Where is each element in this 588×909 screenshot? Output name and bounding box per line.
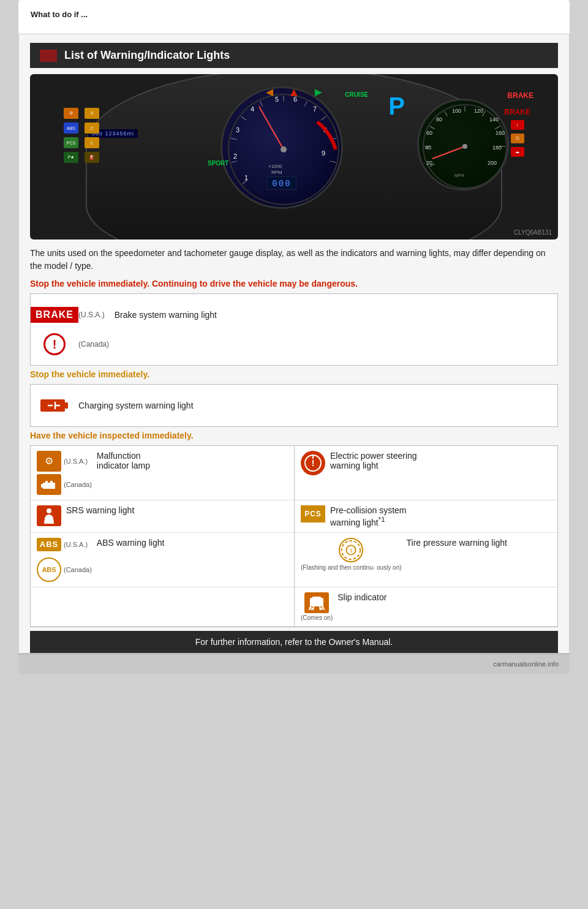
empty-left-cell [31, 587, 294, 627]
page-wrapper: What to do if ... List of Warning/Indica… [0, 0, 588, 909]
svg-text:200: 200 [488, 160, 497, 166]
footer-bar: For further information, refer to the Ow… [30, 631, 558, 653]
malfunction-cell: ⚙ (U.S.A.) [31, 446, 294, 500]
pcs-icon: PCS [301, 505, 325, 522]
svg-text:40: 40 [425, 145, 431, 151]
svg-text:9: 9 [322, 149, 325, 157]
p-indicator: P [388, 92, 405, 120]
malfunction-canada-label: (Canada) [64, 481, 92, 488]
brake-usa-row: BRAKE (U.S.A.) Brake system warning ligh… [38, 300, 550, 330]
brake-usa-label: (U.S.A.) [78, 311, 105, 319]
svg-line-31 [495, 126, 500, 129]
svg-rect-54 [50, 481, 53, 483]
slip-prefix: (Comes on) [301, 614, 333, 621]
abs-usa-label: (U.S.A.) [64, 541, 88, 548]
section-title: List of Warning/Indicator Lights [64, 49, 230, 62]
srs-icon [37, 505, 61, 526]
slip-cell: (Comes on) Slip indicator [294, 587, 557, 627]
slip-indicator-icon [304, 592, 329, 613]
svg-text:MPH: MPH [454, 173, 464, 178]
pcs-cell: PCS Pre-collision systemwarning light*1 [294, 500, 557, 533]
charging-row: Charging system warning light [38, 391, 550, 420]
eps-cell: ! Electric power steeringwarning light [294, 446, 557, 500]
check-engine-usa-icon: ⚙ [37, 451, 61, 472]
svg-text:100: 100 [452, 108, 461, 114]
malfunction-name: Malfunctionindicator lamp [97, 451, 150, 470]
brake-usa-icon: BRAKE [31, 307, 78, 323]
svg-line-2 [232, 161, 238, 162]
malfunction-usa-label: (U.S.A.) [64, 458, 88, 465]
charging-warning-name: Charging system warning light [78, 401, 194, 410]
svg-text:4: 4 [251, 105, 254, 113]
tire-pressure-icon: ! [339, 538, 363, 562]
stop-red-label: Stop the vehicle immediately. Continuing… [30, 279, 558, 289]
brake-canada-label: (Canada) [78, 340, 109, 349]
brake-canada-row: ! (Canada) [38, 330, 550, 359]
svg-line-8 [321, 116, 326, 120]
check-engine-canada-icon [37, 474, 61, 495]
svg-rect-53 [45, 481, 48, 483]
svg-text:×1000: ×1000 [268, 164, 282, 169]
svg-text:!: ! [312, 458, 315, 468]
bottom-bar: carmanualsonline.info [18, 654, 570, 674]
abs-cell: ABS (U.S.A.) ABS (Canada) ABS warning li… [31, 533, 294, 587]
svg-line-5 [260, 101, 262, 107]
srs-name: SRS warning light [66, 505, 134, 515]
srs-cell: SRS warning light [31, 500, 294, 533]
dashboard-image: 1 2 3 4 5 6 7 8 9 ×1000 [30, 74, 558, 240]
svg-text:20: 20 [426, 160, 432, 166]
abs-usa-icon: ABS [37, 538, 61, 551]
tire-name: Tire pressure warning light [407, 538, 507, 548]
svg-line-20 [259, 107, 284, 149]
svg-text:1: 1 [244, 174, 248, 181]
svg-text:60: 60 [426, 130, 432, 136]
main-content: List of Warning/Indicator Lights [18, 34, 570, 654]
svg-text:!: ! [350, 546, 352, 553]
svg-text:180: 180 [492, 145, 502, 151]
brake-warning-name: Brake system warning light [115, 310, 217, 320]
section-header-icon [40, 50, 57, 62]
inspect-grid: ⚙ (U.S.A.) [30, 445, 558, 627]
speedometer-gauge: 20 40 60 80 100 120 140 160 180 200 MPH [417, 99, 509, 190]
abs-canada-label: (Canada) [64, 566, 92, 573]
section-header: List of Warning/Indicator Lights [30, 43, 558, 68]
cruise-label: CRUISE [345, 91, 368, 98]
svg-line-44 [432, 146, 465, 159]
page-label: What to do if ... [31, 10, 557, 19]
svg-text:3: 3 [236, 126, 239, 134]
eps-icon: ! [301, 451, 325, 475]
svg-text:120: 120 [474, 108, 483, 114]
svg-rect-55 [41, 484, 43, 488]
dashboard-description: The units used on the speedometer and ta… [30, 247, 558, 273]
clyo-code: CLYQ6AB131 [514, 229, 552, 236]
abs-name: ABS warning light [97, 538, 165, 548]
brake-warning-box: BRAKE (U.S.A.) Brake system warning ligh… [30, 293, 558, 366]
svg-text:160: 160 [496, 130, 505, 136]
website-label: carmanualsonline.info [493, 660, 559, 668]
sport-label: SPORT [208, 160, 228, 167]
svg-text:140: 140 [489, 116, 499, 123]
charging-warning-box: Charging system warning light [30, 384, 558, 427]
svg-line-4 [241, 116, 246, 120]
svg-text:⚙: ⚙ [45, 456, 53, 466]
svg-rect-67 [312, 597, 321, 602]
right-indicator-lights: BRAKE ! ⊡ ☁ [504, 108, 530, 157]
svg-point-21 [281, 146, 287, 153]
footer-text: For further information, refer to the Ow… [195, 637, 393, 647]
svg-text:7: 7 [313, 105, 317, 113]
battery-icon [39, 396, 70, 415]
svg-point-45 [462, 144, 467, 149]
svg-line-27 [430, 126, 435, 129]
svg-line-3 [231, 138, 237, 140]
malfunction-icon-group: ⚙ (U.S.A.) [37, 451, 92, 495]
svg-text:2: 2 [233, 153, 237, 160]
svg-rect-52 [43, 483, 55, 489]
brake-canada-icon-box: ! [38, 332, 71, 356]
pcs-name: Pre-collision systemwarning light*1 [330, 505, 406, 527]
svg-point-60 [47, 508, 51, 513]
brake-indicator-label: BRAKE [507, 91, 533, 100]
header-card: What to do if ... [18, 0, 570, 34]
svg-text:RPM: RPM [271, 170, 282, 175]
svg-line-28 [445, 111, 448, 116]
left-indicator-lights: ⚙ ① ABS C PCS C P★ ⛽ [64, 108, 102, 163]
